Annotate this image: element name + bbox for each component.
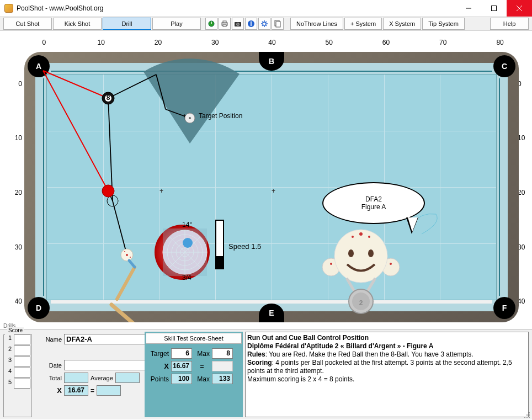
x-value: 16.67 (64, 385, 88, 396)
desc-subtitle: Diplôme Fédéral d'Aptitude 2 « Billard d… (247, 342, 433, 350)
skill-points-max: 133 (212, 374, 233, 384)
svg-text:i: i (250, 20, 252, 28)
bottom-panel: Score 1 2 3 4 5 Name Date Clear Total Av… (0, 329, 532, 419)
svg-rect-65 (524, 417, 525, 418)
info-icon[interactable]: i (245, 18, 257, 30)
svg-rect-67 (529, 412, 530, 413)
skill-x-label: X (147, 362, 169, 370)
skill-x-result (212, 361, 233, 371)
skill-points-label: Points (147, 375, 169, 383)
desc-rules: : You are Red. Make the Red Ball then th… (265, 350, 474, 358)
close-button[interactable] (507, 0, 532, 17)
desc-rules-b: Rules (247, 350, 265, 358)
score-5-input[interactable] (14, 379, 30, 389)
no-throw-button[interactable]: NoThrow Lines (290, 18, 343, 30)
svg-point-52 (359, 232, 363, 236)
svg-point-56 (368, 249, 374, 257)
help-button[interactable]: Help (490, 18, 529, 30)
skill-x-value: 16.67 (171, 361, 192, 371)
svg-rect-46 (163, 228, 207, 276)
speech-bubble-tail (406, 217, 418, 234)
speed-label: Speed 1.5 (228, 242, 261, 251)
skill-points-value: 100 (171, 374, 192, 384)
name-label: Name (36, 336, 62, 343)
speed-indicator[interactable]: Speed 1.5 (215, 220, 224, 269)
camera-icon[interactable] (232, 18, 244, 30)
score-1-input[interactable] (14, 334, 30, 344)
skill-test-panel: Skill Test Score-Sheet Target 6 Max 8 X … (145, 332, 243, 417)
average-value (115, 373, 140, 383)
english-tip: 3/4 (182, 274, 191, 281)
svg-rect-3 (223, 21, 226, 23)
desc-scoring: : 4 points per Ball pocketed at the firs… (247, 359, 512, 375)
skill-test-header-button[interactable]: Skill Test Score-Sheet (146, 333, 242, 344)
skill-points-max-label: Max (194, 375, 210, 383)
english-degrees: 14° (182, 221, 192, 228)
medal-number: 2 (359, 299, 363, 307)
svg-point-55 (348, 249, 354, 257)
desc-scoring-b: Scoring (247, 359, 272, 366)
ruler-top: 0 10 20 30 40 50 60 70 80 (24, 39, 520, 49)
x-system-button[interactable]: X System (383, 18, 421, 30)
ruler-left: 0 10 20 30 40 (12, 63, 22, 322)
name-panel: Name Date Clear Total Average X 16.67 = (34, 332, 142, 417)
svg-point-54 (368, 236, 370, 238)
window-controls (456, 0, 532, 16)
pocket-a: A (28, 55, 50, 77)
date-input[interactable] (64, 360, 151, 370)
table-felt[interactable] (46, 74, 497, 300)
svg-point-51 (334, 230, 387, 283)
svg-rect-0 (492, 6, 497, 11)
table-canvas-area: 0 10 20 30 40 50 60 70 80 0 10 20 30 40 … (0, 31, 532, 329)
svg-point-9 (263, 22, 266, 25)
svg-point-53 (352, 236, 354, 238)
print-icon[interactable] (219, 18, 231, 30)
score-panel: Score 1 2 3 4 5 (3, 332, 32, 417)
total-value (64, 373, 88, 383)
pocket-f: F (493, 297, 515, 319)
total-label: Total (36, 375, 62, 381)
pool-table[interactable]: A B C D E F 8 (24, 52, 519, 322)
desc-max: Maximum scoring is 2 x 4 = 8 points. (247, 375, 354, 383)
svg-rect-64 (529, 414, 530, 416)
main-toolbar: Cut Shot Kick Shot Drill Play i NoThrow … (0, 17, 532, 31)
skill-target-max-label: Max (194, 350, 210, 358)
svg-point-48 (330, 263, 332, 265)
play-button[interactable]: Play (152, 18, 201, 30)
skill-target-label: Target (147, 350, 169, 358)
svg-rect-4 (223, 25, 226, 26)
ruler-right: 0 10 20 30 40 (518, 63, 528, 322)
docs-icon[interactable] (272, 18, 284, 30)
score-4-input[interactable] (14, 368, 30, 378)
score-2-input[interactable] (14, 345, 30, 355)
title-bar: PoolShot - www.PoolShot.org (0, 0, 532, 17)
score-legend: Score (7, 327, 24, 333)
drill-button[interactable]: Drill (103, 18, 151, 30)
date-label: Date (36, 362, 62, 369)
mascot-character: 2 (322, 217, 405, 318)
x-label: X (36, 386, 62, 395)
score-3-input[interactable] (14, 357, 30, 366)
svg-rect-62 (529, 417, 530, 418)
kick-shot-button[interactable]: Kick Shot (53, 18, 102, 30)
svg-rect-66 (526, 414, 528, 416)
power-icon[interactable] (205, 18, 217, 30)
resize-grip-icon[interactable] (523, 411, 531, 419)
app-icon (4, 4, 13, 13)
description-panel[interactable]: Run Out and Cue Ball Control Position Di… (245, 332, 529, 417)
window-title: PoolShot - www.PoolShot.org (17, 4, 456, 12)
maximize-button[interactable] (481, 0, 507, 17)
settings-icon[interactable] (258, 18, 270, 30)
skill-target-value: 6 (171, 348, 192, 359)
skill-eq: = (194, 363, 210, 370)
desc-title: Run Out and Cue Ball Control Position (247, 334, 369, 342)
minimize-button[interactable] (456, 0, 481, 17)
plus-system-button[interactable]: + System (344, 18, 382, 30)
svg-point-6 (237, 23, 240, 25)
svg-rect-63 (526, 417, 528, 418)
pocket-d: D (28, 297, 50, 319)
average-label: Average (91, 375, 113, 381)
cut-shot-button[interactable]: Cut Shot (3, 18, 52, 30)
tip-system-button[interactable]: Tip System (422, 18, 465, 30)
english-target-disc[interactable]: 14° 3/4 (155, 222, 215, 283)
